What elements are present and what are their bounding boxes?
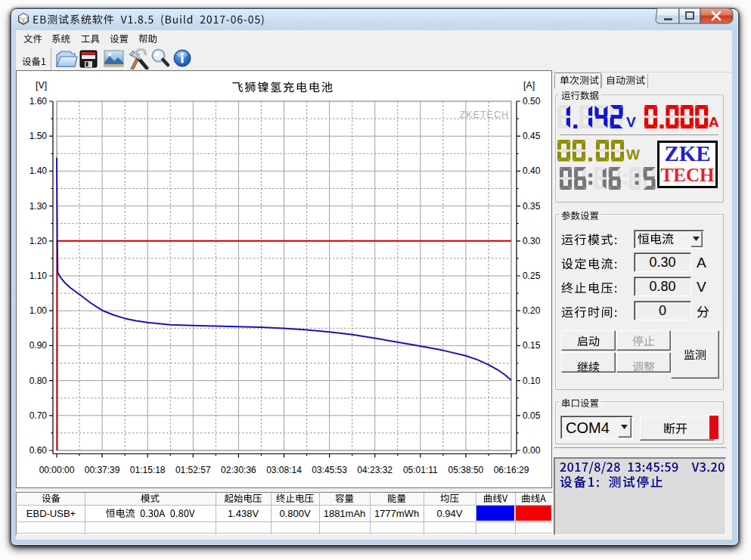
svg-text:1.40: 1.40 [29, 166, 48, 176]
svg-text:00:37:39: 00:37:39 [85, 465, 120, 475]
svg-text:0.20: 0.20 [523, 305, 541, 316]
svg-text:0.45: 0.45 [523, 131, 541, 141]
svg-text:ZKETECH: ZKETECH [460, 110, 509, 120]
svg-text:1.20: 1.20 [29, 236, 48, 246]
svg-text:06:16:29: 06:16:29 [494, 465, 529, 475]
svg-text:0.90: 0.90 [29, 340, 48, 351]
svg-text:0.80: 0.80 [29, 376, 48, 386]
svg-text:0.35: 0.35 [523, 201, 541, 212]
svg-text:1.30: 1.30 [29, 201, 48, 212]
svg-text:1.00: 1.00 [29, 305, 48, 316]
svg-text:0.50: 0.50 [523, 96, 541, 107]
svg-text:0.25: 0.25 [523, 271, 541, 281]
svg-text:00:00:00: 00:00:00 [39, 465, 75, 475]
svg-text:0.00: 0.00 [523, 445, 541, 456]
svg-text:1.60: 1.60 [29, 96, 48, 107]
svg-text:0.05: 0.05 [523, 410, 541, 421]
svg-text:1.50: 1.50 [29, 131, 48, 141]
svg-text:05:38:50: 05:38:50 [448, 465, 484, 475]
svg-text:03:08:14: 03:08:14 [266, 465, 302, 475]
svg-text:04:23:32: 04:23:32 [357, 465, 393, 475]
svg-text:0.15: 0.15 [523, 340, 541, 351]
svg-text:1.10: 1.10 [29, 271, 48, 281]
svg-text:01:15:18: 01:15:18 [130, 465, 166, 475]
svg-text:02:30:36: 02:30:36 [221, 465, 256, 475]
svg-text:[V]: [V] [36, 80, 47, 91]
svg-text:01:52:57: 01:52:57 [175, 465, 211, 475]
svg-text:0.40: 0.40 [523, 166, 541, 176]
svg-text:0.10: 0.10 [523, 376, 541, 386]
svg-text:03:45:53: 03:45:53 [312, 465, 347, 475]
svg-text:[A]: [A] [523, 80, 535, 91]
svg-text:0.60: 0.60 [29, 445, 48, 456]
svg-text:0.30: 0.30 [523, 236, 541, 246]
svg-text:0.70: 0.70 [29, 410, 48, 421]
svg-text:05:01:11: 05:01:11 [403, 465, 438, 475]
